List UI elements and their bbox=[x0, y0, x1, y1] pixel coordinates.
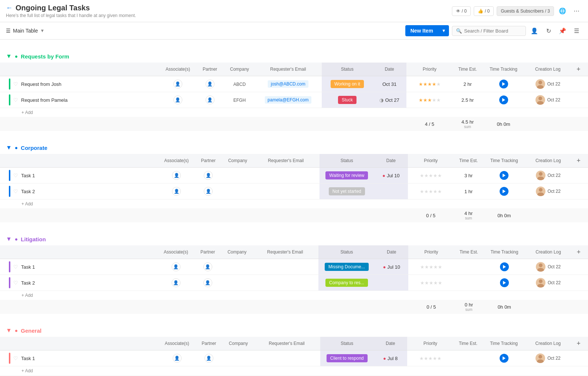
search-input[interactable] bbox=[464, 28, 522, 34]
row-name-text: Task 1 bbox=[21, 173, 35, 178]
row-status-cell[interactable]: Waiting for review bbox=[320, 168, 374, 184]
partner-avatar[interactable]: 👤 bbox=[204, 171, 213, 180]
associates-avatar[interactable]: 👤 bbox=[172, 171, 181, 180]
col-date-header: Date bbox=[375, 245, 408, 259]
summary-timetrack: 0h 0m bbox=[483, 208, 525, 222]
priority-stars[interactable]: ★★★★★ bbox=[411, 280, 451, 286]
row-priority-cell[interactable]: ★★★★★ bbox=[407, 350, 453, 366]
row-priority-cell[interactable]: ★★★★★ bbox=[408, 184, 454, 199]
associates-avatar[interactable]: 👤 bbox=[173, 95, 182, 104]
status-badge[interactable]: Working on it bbox=[331, 80, 364, 88]
chat-icon[interactable]: ♡ bbox=[13, 97, 18, 103]
row-priority-cell[interactable]: ★★★★★ bbox=[408, 168, 454, 184]
row-status-cell[interactable]: Missing Docume... bbox=[318, 259, 375, 275]
main-table-button[interactable]: ☰ Main Table ▼ bbox=[6, 28, 44, 34]
associates-avatar[interactable]: 👤 bbox=[173, 80, 182, 88]
row-partner-cell: 👤 bbox=[194, 168, 223, 184]
row-priority-cell[interactable]: ★★★★★ bbox=[406, 76, 453, 92]
chat-icon[interactable]: ♡ bbox=[13, 188, 18, 194]
chat-icon[interactable]: ♡ bbox=[13, 264, 18, 270]
new-item-dropdown-icon[interactable]: ▼ bbox=[439, 26, 449, 36]
date-text: Jul 10 bbox=[387, 264, 400, 270]
group-header-general[interactable]: ▼ ● General bbox=[0, 321, 588, 337]
guests-button[interactable]: Guests & Subscribers / 3 bbox=[497, 6, 554, 16]
group-header-requests[interactable]: ▼ ● Requests by Form bbox=[0, 47, 588, 63]
more-options-icon[interactable]: ⋯ bbox=[571, 6, 582, 17]
priority-stars[interactable]: ★★★★★ bbox=[411, 173, 451, 178]
play-button[interactable] bbox=[500, 262, 509, 271]
globe-icon[interactable]: 🌐 bbox=[557, 6, 568, 17]
partner-avatar[interactable]: 👤 bbox=[205, 354, 213, 363]
group-header-corporate[interactable]: ▼ ● Corporate bbox=[0, 138, 588, 154]
play-button[interactable] bbox=[500, 187, 508, 196]
row-priority-cell[interactable]: ★★★★★ bbox=[408, 275, 454, 291]
summary-timeest: 0 hr sum bbox=[454, 300, 483, 314]
priority-stars[interactable]: ★★★★★ bbox=[411, 264, 451, 270]
user-icon[interactable]: 👤 bbox=[529, 25, 540, 36]
partner-avatar[interactable]: 👤 bbox=[203, 278, 212, 287]
group-header-litigation[interactable]: ▼ ● Litigation bbox=[0, 230, 588, 245]
status-badge[interactable]: Waiting for review bbox=[325, 171, 368, 179]
refresh-icon[interactable]: ↻ bbox=[543, 25, 554, 36]
play-button[interactable] bbox=[500, 354, 508, 363]
associates-avatar[interactable]: 👤 bbox=[172, 187, 181, 196]
time-est-text: 2.5 hr bbox=[462, 97, 474, 103]
add-column-button[interactable]: + bbox=[574, 339, 583, 348]
priority-stars[interactable]: ★★★★★ bbox=[410, 356, 450, 361]
svg-point-7 bbox=[539, 172, 543, 176]
associates-avatar[interactable]: 👤 bbox=[172, 262, 180, 271]
status-badge[interactable]: Company to res... bbox=[325, 279, 368, 287]
add-column-button[interactable]: + bbox=[574, 65, 583, 74]
row-priority-cell[interactable]: ★★★★★ bbox=[408, 259, 454, 275]
chat-icon[interactable]: ♡ bbox=[13, 280, 18, 286]
row-priority-cell[interactable]: ★★★★★ bbox=[406, 92, 453, 108]
partner-avatar[interactable]: 👤 bbox=[206, 80, 214, 88]
add-button[interactable]: + Add bbox=[3, 201, 585, 207]
add-button[interactable]: + Add bbox=[3, 110, 585, 115]
row-status-cell[interactable]: Client to respond bbox=[320, 350, 374, 366]
row-status-cell[interactable]: Stuck bbox=[322, 92, 372, 108]
pin-icon[interactable]: 📌 bbox=[557, 25, 568, 36]
filter-icon[interactable]: ☰ bbox=[571, 25, 582, 36]
email-link[interactable]: josh@ABCD.com bbox=[268, 80, 308, 88]
views-button[interactable]: 👁 / 0 bbox=[452, 6, 471, 16]
status-badge[interactable]: Missing Docume... bbox=[325, 263, 369, 271]
add-button[interactable]: + Add bbox=[3, 368, 585, 373]
col-add-header: + bbox=[571, 154, 588, 168]
add-button[interactable]: + Add bbox=[3, 293, 585, 298]
partner-avatar[interactable]: 👤 bbox=[203, 262, 212, 271]
row-status-cell[interactable]: Not yet started bbox=[320, 184, 374, 199]
priority-stars[interactable]: ★★★★★ bbox=[411, 189, 451, 194]
status-badge[interactable]: Stuck bbox=[338, 96, 356, 104]
associates-avatar[interactable]: 👤 bbox=[173, 354, 182, 363]
associates-avatar[interactable]: 👤 bbox=[172, 278, 180, 287]
play-button[interactable] bbox=[500, 171, 508, 180]
row-status-cell[interactable]: Working on it bbox=[322, 76, 372, 92]
add-column-button[interactable]: + bbox=[574, 248, 583, 256]
status-badge[interactable]: Client to respond bbox=[327, 354, 368, 362]
email-link[interactable]: pamela@EFGH.com bbox=[265, 96, 312, 104]
partner-avatar[interactable]: 👤 bbox=[206, 95, 214, 104]
creation-date-text: Oct 22 bbox=[548, 189, 561, 194]
new-item-button[interactable]: New Item ▼ bbox=[405, 25, 449, 36]
group-toggle-icon: ▼ bbox=[6, 144, 12, 151]
priority-stars[interactable]: ★★★★★ bbox=[409, 97, 450, 103]
header-right: 👁 / 0 👍 / 0 Guests & Subscribers / 3 🌐 ⋯ bbox=[452, 6, 582, 17]
play-button[interactable] bbox=[500, 278, 509, 287]
status-badge[interactable]: Not yet started bbox=[329, 187, 365, 195]
play-button[interactable] bbox=[499, 80, 508, 88]
chat-icon[interactable]: ♡ bbox=[13, 355, 18, 361]
search-box[interactable]: 🔍 bbox=[452, 26, 526, 36]
back-arrow-icon[interactable]: ← bbox=[6, 4, 13, 12]
chat-icon[interactable]: ♡ bbox=[13, 81, 18, 87]
add-column-button[interactable]: + bbox=[574, 156, 583, 165]
table-row: ♡ Task 2 👤 👤 Company to res... ★★★★★ bbox=[0, 275, 588, 291]
priority-stars[interactable]: ★★★★★ bbox=[409, 81, 450, 87]
chat-icon[interactable]: ♡ bbox=[13, 172, 18, 178]
partner-avatar[interactable]: 👤 bbox=[204, 187, 213, 196]
likes-button[interactable]: 👍 / 0 bbox=[474, 6, 494, 16]
svg-point-5 bbox=[537, 101, 544, 105]
row-status-cell[interactable]: Company to res... bbox=[318, 275, 375, 291]
play-button[interactable] bbox=[499, 95, 508, 104]
row-add-cell bbox=[571, 259, 588, 275]
